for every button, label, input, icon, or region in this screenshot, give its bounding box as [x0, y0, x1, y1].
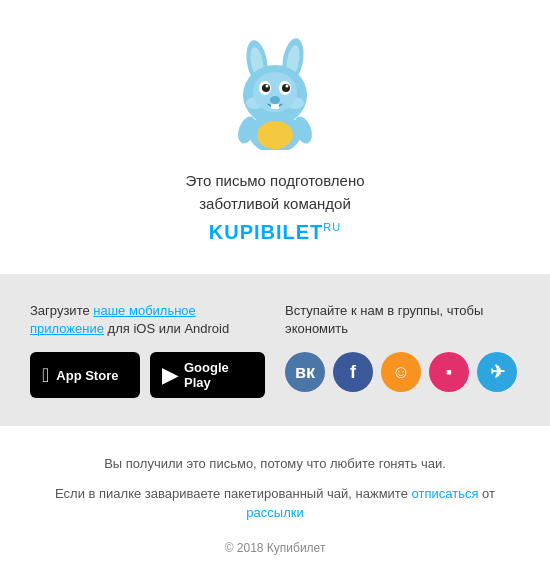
telegram-icon: ✈ [490, 361, 505, 383]
social-icons: вк f ☺ ▪ ✈ [285, 352, 517, 392]
svg-point-18 [257, 121, 293, 149]
ok-icon: ☺ [392, 362, 410, 383]
svg-rect-16 [275, 104, 279, 109]
telegram-button[interactable]: ✈ [477, 352, 517, 392]
play-icon: ▶ [162, 365, 177, 385]
copyright: © 2018 Купибилет [225, 541, 326, 555]
svg-rect-15 [271, 104, 275, 109]
appstore-label: App Store [56, 368, 118, 383]
svg-point-12 [266, 85, 269, 88]
odnoklassniki-button[interactable]: ☺ [381, 352, 421, 392]
tagline: Это письмо подготовлено заботливой коман… [185, 170, 364, 215]
vk-icon: вк [295, 362, 315, 383]
facebook-icon: f [350, 362, 356, 383]
googleplay-button[interactable]: ▶ Google Play [150, 352, 265, 398]
app-buttons:  App Store ▶ Google Play [30, 352, 265, 398]
appstore-button[interactable]:  App Store [30, 352, 140, 398]
facebook-button[interactable]: f [333, 352, 373, 392]
social-label: Вступайте к нам в группы, чтобы экономит… [285, 302, 520, 338]
apple-icon:  [42, 365, 49, 385]
mascot [215, 30, 335, 150]
mailing-link[interactable]: рассылки [246, 505, 303, 520]
reason-text: Вы получили это письмо, потому что любит… [104, 454, 446, 474]
apps-label: Загрузите наше мобильное приложение для … [30, 302, 265, 338]
svg-point-13 [286, 85, 289, 88]
googleplay-label: Google Play [184, 360, 253, 390]
top-section: Это письмо подготовлено заботливой коман… [0, 0, 550, 274]
unsubscribe-text: Если в пиалке завариваете пакетированный… [40, 484, 510, 523]
vk-button[interactable]: вк [285, 352, 325, 392]
middle-section: Загрузите наше мобильное приложение для … [0, 274, 550, 426]
unsubscribe-link[interactable]: отписаться [412, 486, 479, 501]
apps-column: Загрузите наше мобильное приложение для … [30, 302, 265, 398]
instagram-icon: ▪ [446, 362, 452, 383]
svg-point-14 [270, 96, 280, 104]
brand-logo: KUPIBILETRU [209, 221, 341, 244]
instagram-button[interactable]: ▪ [429, 352, 469, 392]
footer-section: Вы получили это письмо, потому что любит… [0, 426, 550, 572]
social-column: Вступайте к нам в группы, чтобы экономит… [285, 302, 520, 392]
